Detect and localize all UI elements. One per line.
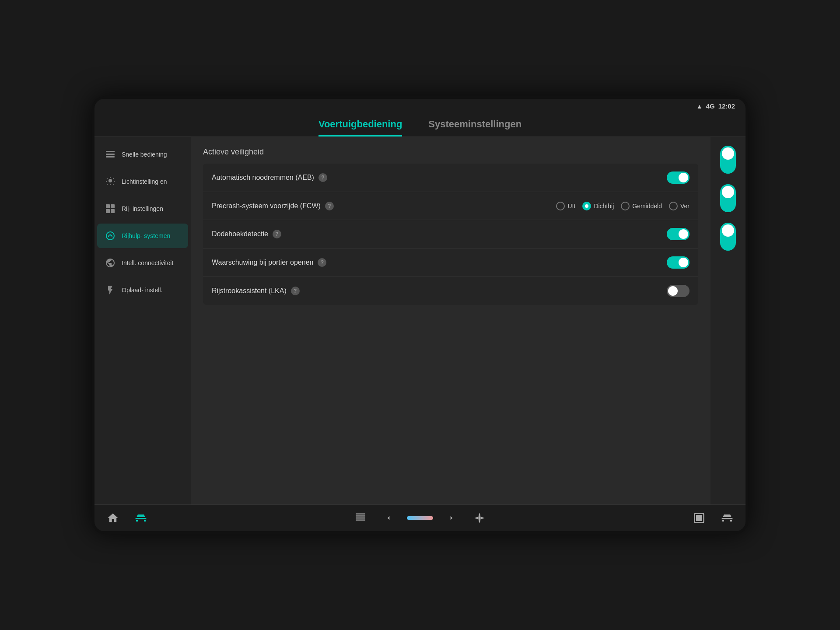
sidebar-item-conn[interactable]: Intell. connectiviteit [97,251,188,275]
tab-systeem[interactable]: Systeeminstellingen [428,119,522,136]
setting-row-dodehoek: Dodehoekdetectie ? [203,220,698,248]
sidebar-item-snelle[interactable]: Snelle bediening [97,142,188,167]
sidebar-item-rij[interactable]: Rij- instellingen [97,196,188,221]
fcw-option-gemiddeld[interactable]: Gemiddeld [621,202,662,210]
lka-info-icon[interactable]: ? [291,287,300,295]
svg-rect-0 [106,151,115,152]
status-bar: ▲ 4G 12:02 [94,99,746,113]
sidebar-label-rij: Rij- instellingen [122,205,163,213]
fan-button[interactable] [470,508,489,528]
quick-control-icon [104,148,116,161]
network-status: 4G [706,102,715,110]
signal-icon: ▲ [696,103,703,110]
sidebar-label-rijhulp: Rijhulp- systemen [122,232,170,240]
fcw-text: Precrash-systeem voorzijde (FCW) [212,202,321,210]
aeb-text: Automatisch noodremmen (AEB) [212,174,314,182]
fcw-radio-group: UIt Dichtbij Gemiddeld Ver [556,202,690,210]
right-toggle-2-container [720,184,736,212]
fcw-option-uit[interactable]: UIt [556,202,575,210]
sidebar-label-licht: Lichtinstelling en [122,178,167,186]
clock: 12:02 [718,102,735,110]
setting-row-fcw: Precrash-systeem voorzijde (FCW) ? UIt D… [203,192,698,220]
sidebar-item-oplaad[interactable]: Oplaad- instell. [97,278,188,302]
fcw-label-gemiddeld: Gemiddeld [632,203,662,210]
svg-point-9 [110,234,111,236]
setting-row-lka: Rijstrookassistent (LKA) ? [203,277,698,305]
right-toggle-1[interactable] [720,146,736,174]
svg-rect-1 [106,154,115,155]
right-toggle-2[interactable] [720,184,736,212]
car-button[interactable] [131,508,150,528]
driving-assist-icon [104,230,116,242]
right-toggle-3-container [720,223,736,251]
sidebar: Snelle bediening Lichtinstelling en Rij-… [94,137,191,504]
svg-point-3 [108,179,112,182]
light-icon [104,175,116,188]
aeb-info-icon[interactable]: ? [318,173,327,182]
svg-point-8 [106,232,114,240]
svg-rect-12 [696,515,702,521]
setting-row-portier: Waarschuwing bij portier openen ? [203,248,698,277]
bottom-nav-right [690,508,737,528]
sidebar-label-conn: Intell. connectiviteit [122,259,173,267]
home-button[interactable] [103,508,122,528]
lka-label: Rijstrookassistent (LKA) ? [212,287,300,295]
charge-icon [104,284,116,296]
svg-rect-7 [111,209,115,213]
fcw-radio-dichtbij[interactable] [582,202,591,210]
portier-label: Waarschuwing bij portier openen ? [212,258,326,267]
tab-voertuig[interactable]: Voertuigbediening [318,119,402,136]
right-toggles-panel [710,137,746,504]
portier-toggle[interactable] [667,256,690,269]
dodehoek-text: Dodehoekdetectie [212,230,268,238]
svg-rect-6 [106,209,110,213]
heat-button[interactable] [351,508,370,528]
svg-point-10 [479,517,481,519]
sidebar-label-snelle: Snelle bediening [122,150,167,158]
dodehoek-toggle[interactable] [667,228,690,240]
right-toggle-1-container [720,146,736,174]
setting-row-aeb: Automatisch noodremmen (AEB) ? [203,164,698,192]
main-content: Snelle bediening Lichtinstelling en Rij-… [94,137,746,504]
settings-list: Automatisch noodremmen (AEB) ? Precrash-… [203,164,698,305]
portier-text: Waarschuwing bij portier openen [212,259,313,266]
right-toggle-3[interactable] [720,223,736,251]
connectivity-icon [104,257,116,269]
drive-settings-icon [104,203,116,215]
aeb-toggle[interactable] [667,172,690,184]
fcw-label: Precrash-systeem voorzijde (FCW) ? [212,202,334,210]
svg-rect-2 [106,156,115,158]
aeb-label: Automatisch noodremmen (AEB) ? [212,173,327,182]
svg-rect-5 [111,204,115,208]
fcw-label-dichtbij: Dichtbij [594,203,614,210]
fcw-option-ver[interactable]: Ver [669,202,690,210]
lka-toggle[interactable] [667,285,690,297]
sidebar-item-licht[interactable]: Lichtinstelling en [97,169,188,194]
content-panel: Actieve veiligheid Automatisch noodremme… [191,137,710,504]
fcw-label-ver: Ver [680,203,690,210]
bottom-bar [94,504,746,531]
bottom-nav-left [103,508,150,528]
fcw-radio-gemiddeld[interactable] [621,202,630,210]
temp-bar [407,516,433,520]
top-tabs: Voertuigbediening Systeeminstellingen [94,113,746,137]
car-screen: ▲ 4G 12:02 Voertuigbediening Systeeminst… [92,96,748,534]
sidebar-item-rijhulp[interactable]: Rijhulp- systemen [97,224,188,248]
car-small-button[interactable] [718,508,737,528]
lka-text: Rijstrookassistent (LKA) [212,287,287,295]
seat-heat-button[interactable] [690,508,709,528]
sidebar-label-oplaad: Oplaad- instell. [122,286,162,294]
fcw-label-uit: UIt [567,203,575,210]
temp-right-arrow[interactable] [442,508,461,528]
temp-left-arrow[interactable] [379,508,398,528]
dodehoek-info-icon[interactable]: ? [273,230,281,238]
fcw-info-icon[interactable]: ? [325,202,334,210]
fcw-radio-ver[interactable] [669,202,678,210]
fcw-option-dichtbij[interactable]: Dichtbij [582,202,614,210]
section-title: Actieve veiligheid [203,147,698,157]
portier-info-icon[interactable]: ? [318,258,326,267]
svg-rect-4 [106,204,110,208]
fcw-radio-uit[interactable] [556,202,565,210]
bottom-nav-center [351,508,489,528]
dodehoek-label: Dodehoekdetectie ? [212,230,281,238]
